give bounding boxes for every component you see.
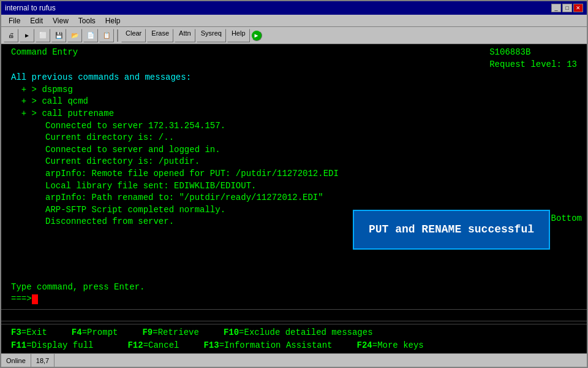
output-line-6: Local library file sent: EDIWKLIB/EDIOUT… [11,180,577,193]
history-label: All previous commands and messages: [11,72,577,84]
fkey-f24[interactable]: F24=More keys [357,340,424,352]
terminal-content: All previous commands and messages: + > … [1,72,587,280]
clear-button[interactable]: Clear [121,29,146,42]
fkey-f3[interactable]: F3=Exit [11,327,47,339]
toolbar: 🖨 ▶ ⬜ 💾 📂 📄 📋 Clear Erase Attn Sysreq He… [1,27,587,44]
sysreq-button[interactable]: Sysreq [197,29,226,42]
function-keys: F3=Exit F4=Prompt F9=Retrieve F10=Exclud… [1,324,587,353]
position-label: 18,7 [36,357,49,364]
status-bar: Online 18,7 [1,353,587,367]
toolbar-separator-1 [117,29,118,42]
prompt-line: ===> [1,292,587,307]
menu-file[interactable]: File [4,15,25,26]
cmd-line-1: + > dspmsg [11,84,577,96]
menu-edit[interactable]: Edit [25,15,48,26]
terminal-separator [1,309,587,310]
title-bar: internal to rufus _ □ ✕ [1,1,587,15]
output-line-4: Current directory is: /putdir. [11,156,577,168]
session-info: S106883B Request level: 13 [489,47,577,71]
session-id: S106883B [489,47,577,59]
attn-button[interactable]: Attn [175,29,195,42]
window-title: internal to rufus [5,4,56,12]
terminal-separator-2 [1,321,587,321]
terminal: Command Entry S106883B Request level: 13… [1,44,587,353]
close-button[interactable]: ✕ [573,4,583,12]
output-line-7: arpInfo: Path renamed to: "/putdir/ready… [11,192,577,204]
toolbar-btn-7[interactable]: 📋 [99,29,114,42]
output-line-1: Connected to server 172.31.254.157. [11,120,577,132]
help-run-button[interactable]: ▶ [251,30,262,41]
output-line-2: Current directory is: /.. [11,132,577,144]
erase-button[interactable]: Erase [147,29,173,42]
toolbar-btn-5[interactable]: 📂 [67,29,82,42]
blank-line [1,312,587,318]
status-online: Online [1,354,31,367]
toolbar-btn-4[interactable]: 💾 [51,29,66,42]
prompt-symbol: ===> [11,293,32,305]
online-label: Online [6,357,26,364]
success-popup: PUT and RENAME successful [353,210,550,250]
status-position: 18,7 [31,354,55,367]
output-line-3: Connected to server and logged in. [11,144,577,156]
command-entry-label: Command Entry [11,47,78,71]
toolbar-btn-3[interactable]: ⬜ [36,29,50,42]
output-line-5: arpInfo: Remote file opened for PUT: /pu… [11,168,577,180]
menu-view[interactable]: View [48,15,74,26]
cmd-line-3: + > call putrename [11,108,577,120]
success-message: PUT and RENAME successful [369,223,534,236]
cursor [32,294,38,304]
menu-help[interactable]: Help [100,15,126,26]
request-level: Request level: 13 [489,59,577,71]
toolbar-btn-2[interactable]: ▶ [20,29,34,42]
cmd-line-2: + > call qcmd [11,96,577,108]
toolbar-btn-1[interactable]: 🖨 [4,29,18,42]
fkey-row-2: F11=Display full F12=Cancel F13=Informat… [11,340,577,352]
fkey-f11[interactable]: F11=Display full [11,340,93,352]
fkey-f9[interactable]: F9=Retrieve [142,327,198,339]
menu-bar: File Edit View Tools Help [1,15,587,27]
fkey-f4[interactable]: F4=Prompt [72,327,118,339]
terminal-header: Command Entry S106883B Request level: 13 [1,44,587,72]
toolbar-btn-6[interactable]: 📄 [83,29,98,42]
fkey-f13[interactable]: F13=Information Assistant [203,340,332,352]
bottom-label: Bottom [551,213,582,225]
fkey-row-1: F3=Exit F4=Prompt F9=Retrieve F10=Exclud… [11,327,577,339]
main-window: internal to rufus _ □ ✕ File Edit View T… [0,0,588,368]
window-controls: _ □ ✕ [551,4,583,12]
menu-tools[interactable]: Tools [74,15,100,26]
fkey-f12[interactable]: F12=Cancel [127,340,179,352]
fkey-f10[interactable]: F10=Exclude detailed messages [224,327,373,339]
help-button[interactable]: Help [227,29,250,42]
maximize-button[interactable]: □ [562,4,572,12]
minimize-button[interactable]: _ [551,4,561,12]
